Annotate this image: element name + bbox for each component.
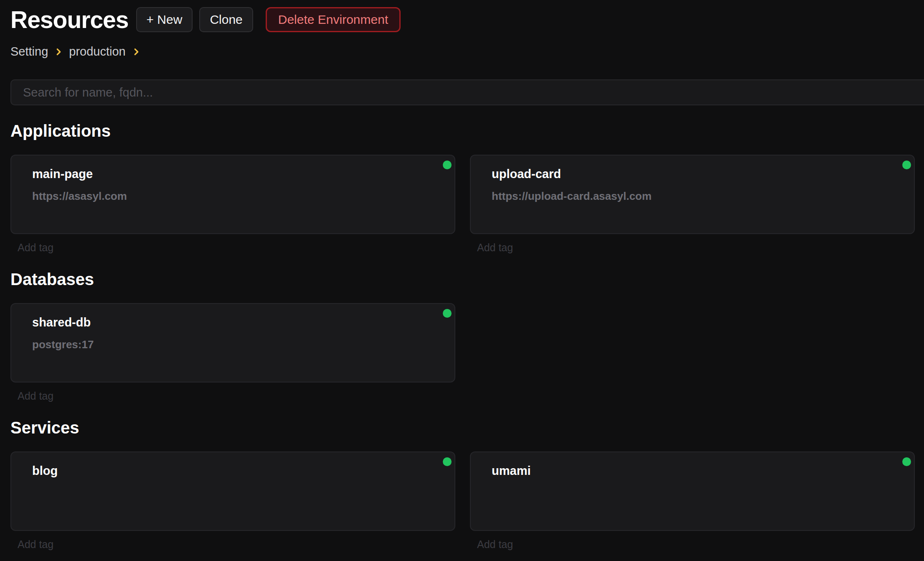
resource-name: shared-db [32,316,434,329]
page-header: Resources + New Clone Delete Environment [10,6,915,33]
section-databases: Databases shared-db postgres:17 Add tag [10,270,915,402]
breadcrumb-item-setting[interactable]: Setting [10,45,48,59]
status-running-icon [443,309,452,318]
databases-grid: shared-db postgres:17 Add tag [10,303,915,402]
search-input[interactable] [10,79,924,105]
resource-card-main-page[interactable]: main-page https://asasyl.com [10,155,455,234]
resource-card-umami[interactable]: umami [470,451,915,531]
add-tag-button[interactable]: Add tag [18,538,53,551]
resource-name: umami [492,464,893,478]
section-applications: Applications main-page https://asasyl.co… [10,122,915,254]
status-running-icon [443,457,452,466]
section-heading-databases: Databases [10,270,915,288]
resources-page: Resources + New Clone Delete Environment… [0,0,924,561]
delete-environment-button[interactable]: Delete Environment [266,7,401,32]
resource-card-upload-card[interactable]: upload-card https://upload-card.asasyl.c… [470,155,915,234]
status-running-icon [443,161,452,169]
section-heading-services: Services [10,418,915,437]
resource-cell: upload-card https://upload-card.asasyl.c… [470,155,915,254]
breadcrumb-item-production[interactable]: production [69,45,125,59]
resource-name: blog [32,464,434,478]
section-heading-applications: Applications [10,122,915,140]
status-running-icon [902,457,911,466]
clone-button[interactable]: Clone [199,7,253,32]
resource-fqdn: https://upload-card.asasyl.com [492,190,893,202]
chevron-right-icon [54,47,63,56]
resource-card-blog[interactable]: blog [10,451,455,531]
add-tag-button[interactable]: Add tag [18,241,53,254]
applications-grid: main-page https://asasyl.com Add tag upl… [10,155,915,254]
resource-cell: umami Add tag [470,451,915,551]
resource-cell: main-page https://asasyl.com Add tag [10,155,455,254]
resource-image: postgres:17 [32,339,434,351]
chevron-right-icon [132,47,141,56]
services-grid: blog Add tag umami Add tag [10,451,915,551]
resource-card-shared-db[interactable]: shared-db postgres:17 [10,303,455,382]
add-tag-button[interactable]: Add tag [477,538,513,551]
resource-fqdn: https://asasyl.com [32,190,434,202]
resource-name: upload-card [492,167,893,181]
status-running-icon [902,161,911,169]
add-tag-button[interactable]: Add tag [477,241,513,254]
resource-cell: blog Add tag [10,451,455,551]
search-bar [10,79,924,105]
empty-cell [470,303,915,402]
section-services: Services blog Add tag umami Add tag [10,418,915,551]
new-button[interactable]: + New [136,7,193,32]
breadcrumb: Setting production [10,44,915,59]
page-title: Resources [10,8,129,32]
resource-cell: shared-db postgres:17 Add tag [10,303,455,402]
add-tag-button[interactable]: Add tag [18,390,53,402]
resource-name: main-page [32,167,434,181]
